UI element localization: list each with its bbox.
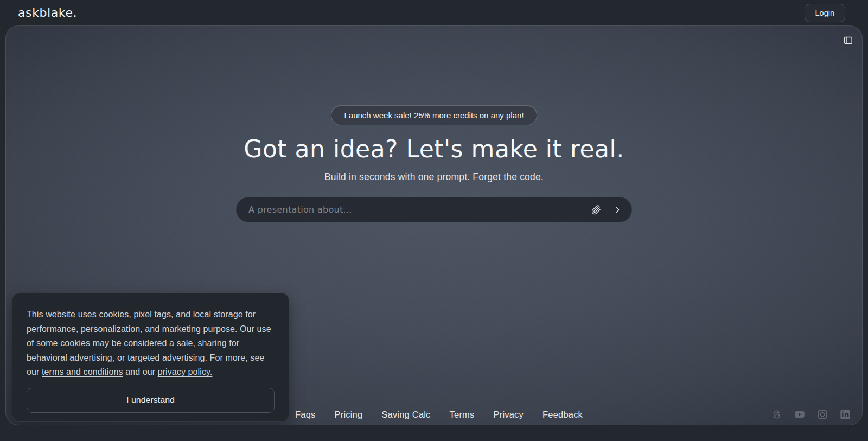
footer-link-faqs[interactable]: Faqs [295,410,315,420]
prompt-input[interactable] [247,204,589,215]
linkedin-icon [839,408,851,420]
attach-button[interactable] [589,203,603,217]
social-links [771,408,851,420]
paperclip-icon [591,205,601,215]
footer-link-feedback[interactable]: Feedback [542,410,583,420]
hero-subtitle: Build in seconds with one prompt. Forget… [324,171,544,183]
threads-link[interactable] [771,408,783,420]
youtube-link[interactable] [794,408,806,420]
footer-link-pricing[interactable]: Pricing [334,410,362,420]
youtube-icon [794,408,806,420]
accept-cookies-button[interactable]: I understand [27,388,275,413]
panel-left-icon [843,35,853,46]
linkedin-link[interactable] [839,408,851,420]
submit-button[interactable] [611,203,624,216]
promo-badge: Launch week sale! 25% more credits on an… [331,105,537,125]
prompt-bar [236,197,632,222]
footer-links: Faqs Pricing Saving Calc Terms Privacy F… [295,410,583,420]
main-panel: Launch week sale! 25% more credits on an… [5,25,863,425]
threads-icon [771,408,783,420]
terms-and-conditions-link[interactable]: terms and conditions [42,367,123,376]
login-button[interactable]: Login [805,4,845,22]
panel-toggle-button[interactable] [841,33,855,47]
footer-link-saving-calc[interactable]: Saving Calc [381,410,430,420]
instagram-icon [816,408,828,420]
topbar: askblake. Login [0,0,868,25]
cookie-text-part1: This website uses cookies, pixel tags, a… [27,310,271,376]
footer-link-privacy[interactable]: Privacy [494,410,524,420]
instagram-link[interactable] [816,408,828,420]
chevron-right-icon [613,206,622,214]
footer-link-terms[interactable]: Terms [450,410,475,420]
cookie-text: This website uses cookies, pixel tags, a… [27,308,275,380]
logo[interactable]: askblake. [18,6,77,20]
hero: Launch week sale! 25% more credits on an… [6,105,862,222]
privacy-policy-link[interactable]: privacy policy. [158,367,213,376]
cookie-banner: This website uses cookies, pixel tags, a… [12,293,289,422]
cookie-text-part2: and our [123,367,158,376]
hero-title: Got an idea? Let's make it real. [244,135,624,163]
